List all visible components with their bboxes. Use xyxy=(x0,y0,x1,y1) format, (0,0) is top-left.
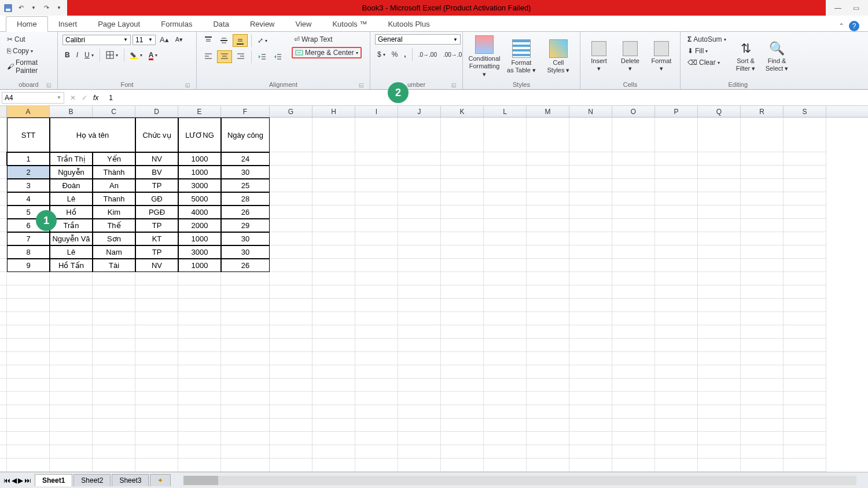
cell[interactable] xyxy=(527,206,569,219)
cell[interactable] xyxy=(612,166,655,179)
cell[interactable] xyxy=(355,272,398,285)
cell[interactable] xyxy=(270,445,312,458)
restore-button[interactable]: ▭ xyxy=(853,4,859,12)
cell[interactable] xyxy=(441,192,484,206)
cell[interactable]: 30 xyxy=(221,166,270,179)
cell[interactable] xyxy=(569,419,612,432)
cell[interactable] xyxy=(441,259,484,272)
cell[interactable]: Hồ Tấn xyxy=(50,259,93,272)
cell[interactable] xyxy=(655,152,698,166)
sheet-tab[interactable]: Sheet2 xyxy=(73,474,111,486)
cell[interactable] xyxy=(355,379,398,392)
cell[interactable] xyxy=(312,259,355,272)
sheet-nav-first-icon[interactable]: ⏮ xyxy=(3,476,10,485)
cell[interactable]: 26 xyxy=(221,259,270,272)
cell[interactable] xyxy=(0,312,7,325)
cell[interactable] xyxy=(50,405,93,419)
cell[interactable] xyxy=(0,392,7,405)
cell[interactable] xyxy=(178,285,221,299)
cell[interactable] xyxy=(355,152,398,166)
cell[interactable] xyxy=(784,458,826,472)
cell[interactable] xyxy=(569,365,612,379)
cell[interactable] xyxy=(569,232,612,245)
cell[interactable] xyxy=(312,285,355,299)
cell[interactable] xyxy=(135,312,178,325)
cell[interactable] xyxy=(612,405,655,419)
cell[interactable] xyxy=(135,285,178,299)
cell[interactable] xyxy=(698,325,741,339)
cell[interactable] xyxy=(612,219,655,232)
cell[interactable] xyxy=(312,192,355,206)
column-header[interactable]: P xyxy=(655,106,698,117)
cell[interactable] xyxy=(741,219,784,232)
sheet-nav-prev-icon[interactable]: ◀ xyxy=(12,476,17,485)
cell[interactable] xyxy=(135,419,178,432)
cell[interactable] xyxy=(784,299,826,312)
cell[interactable] xyxy=(7,458,50,472)
cell[interactable] xyxy=(784,379,826,392)
cell[interactable] xyxy=(270,325,312,339)
cell[interactable] xyxy=(398,219,441,232)
sort-filter-button[interactable]: ⇅Sort &Filter ▾ xyxy=(732,34,760,79)
column-header[interactable]: O xyxy=(612,106,655,117)
cell[interactable] xyxy=(270,352,312,365)
cell[interactable] xyxy=(655,352,698,365)
cell[interactable] xyxy=(0,325,7,339)
cell[interactable] xyxy=(612,458,655,472)
cell[interactable] xyxy=(484,152,527,166)
cell[interactable]: Thành xyxy=(93,166,135,179)
cell[interactable] xyxy=(93,379,135,392)
cell[interactable] xyxy=(655,445,698,458)
cell[interactable]: KT xyxy=(135,232,178,245)
find-select-button[interactable]: 🔍Find &Select ▾ xyxy=(763,34,791,79)
cell[interactable] xyxy=(655,245,698,259)
cell[interactable] xyxy=(441,245,484,259)
cell[interactable] xyxy=(50,285,93,299)
column-header[interactable]: A xyxy=(7,106,50,117)
cell[interactable]: 29 xyxy=(221,219,270,232)
cell[interactable]: Thế xyxy=(93,219,135,232)
cell[interactable] xyxy=(93,299,135,312)
cell[interactable] xyxy=(50,272,93,285)
cell[interactable] xyxy=(50,339,93,352)
cell[interactable] xyxy=(355,118,398,152)
cell[interactable] xyxy=(135,392,178,405)
cell[interactable] xyxy=(484,299,527,312)
cell[interactable]: 1000 xyxy=(178,259,221,272)
cell[interactable] xyxy=(698,299,741,312)
cell[interactable] xyxy=(7,405,50,419)
cell[interactable]: BV xyxy=(135,166,178,179)
cell[interactable] xyxy=(7,299,50,312)
cell[interactable]: 1000 xyxy=(178,232,221,245)
cell[interactable] xyxy=(441,379,484,392)
cell[interactable] xyxy=(7,365,50,379)
cell[interactable] xyxy=(612,339,655,352)
cell[interactable]: 4 xyxy=(7,192,50,206)
cell[interactable] xyxy=(484,166,527,179)
cell[interactable] xyxy=(441,312,484,325)
cell[interactable] xyxy=(270,192,312,206)
column-header[interactable]: N xyxy=(569,106,612,117)
cell[interactable] xyxy=(0,445,7,458)
decrease-decimal-button[interactable]: .00→.0 xyxy=(441,50,464,59)
fill-color-button[interactable]: ▾ xyxy=(128,50,145,60)
sheet-nav-next-icon[interactable]: ▶ xyxy=(18,476,23,485)
cell[interactable]: 24 xyxy=(221,152,270,166)
cell[interactable] xyxy=(441,352,484,365)
cell[interactable] xyxy=(135,445,178,458)
cell[interactable] xyxy=(221,445,270,458)
cell[interactable] xyxy=(398,312,441,325)
cell[interactable] xyxy=(655,285,698,299)
cell[interactable] xyxy=(527,166,569,179)
column-header[interactable]: B xyxy=(50,106,93,117)
cell[interactable] xyxy=(612,179,655,192)
ribbon-minimize-icon[interactable]: ⌃ xyxy=(838,22,844,30)
cut-button[interactable]: ✂Cut xyxy=(5,34,53,45)
format-painter-button[interactable]: 🖌Format Painter xyxy=(5,57,53,76)
cell[interactable]: 1000 xyxy=(178,152,221,166)
cell[interactable]: Nguyễn Vă xyxy=(50,232,93,245)
cell[interactable] xyxy=(312,166,355,179)
cell[interactable] xyxy=(698,192,741,206)
cell[interactable] xyxy=(484,445,527,458)
cell[interactable] xyxy=(178,352,221,365)
